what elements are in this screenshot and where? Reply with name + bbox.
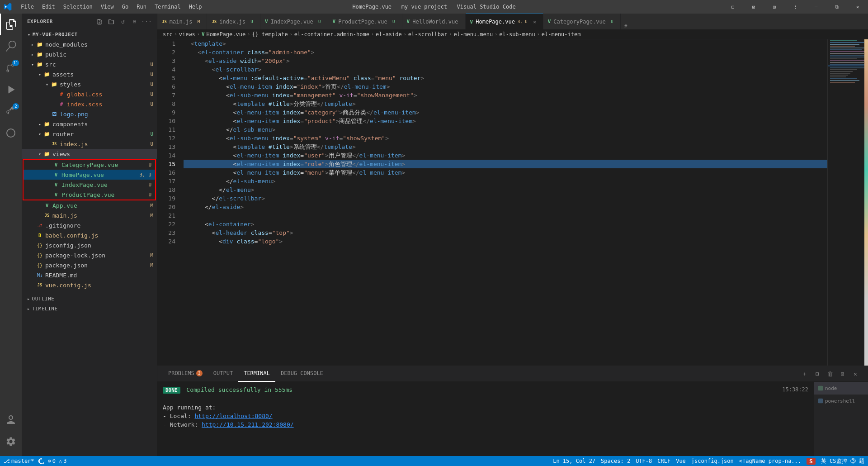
close-panel-button[interactable]: ✕ (850, 368, 861, 379)
activity-remote[interactable] (0, 122, 22, 144)
activity-explorer[interactable] (0, 14, 22, 35)
breadcrumb-el-scrollbar[interactable]: el-scrollbar (408, 31, 448, 38)
status-encoding[interactable]: UTF-8 (636, 458, 652, 464)
menu-terminal[interactable]: Terminal (151, 2, 184, 11)
activity-settings[interactable] (0, 431, 22, 452)
menu-view[interactable]: View (97, 2, 118, 11)
maximize-panel-button[interactable]: ⊠ (837, 368, 848, 379)
tree-item-IndexPage.vue[interactable]: ▸ V IndexPage.vue U (24, 180, 155, 190)
kill-terminal-button[interactable]: 🗑 (825, 368, 835, 379)
panel-tab-output[interactable]: OUTPUT (208, 366, 238, 382)
terminal-session-powershell[interactable]: powershell (814, 395, 868, 407)
tree-item-router[interactable]: ▾ 📁 router U (22, 129, 157, 139)
status-branch[interactable]: ⎇ master* (4, 458, 34, 464)
breadcrumb-el-menu-item[interactable]: el-menu-item (542, 31, 581, 38)
menu-file[interactable]: File (17, 2, 38, 11)
network-url[interactable]: http://10.15.211.202:8080/ (202, 421, 294, 428)
toggle-sidebar-button[interactable]: ⊟ (722, 0, 743, 14)
tab-CategoryPage.vue[interactable]: V CategoryPage.vue U (543, 14, 621, 29)
panel-tab-debug-console[interactable]: DEBUG CONSOLE (275, 366, 329, 382)
status-jsconfig[interactable]: jsconfig.json (691, 458, 734, 464)
local-url[interactable]: http://localhost:8080/ (194, 413, 272, 419)
tree-item-router-index.js[interactable]: ▸ JS index.js U (22, 139, 157, 149)
menu-help[interactable]: Help (185, 2, 206, 11)
panel-tab-terminal[interactable]: TERMINAL (238, 366, 275, 382)
terminal-content[interactable]: DONE Compiled successfully in 555ms 15:3… (157, 382, 814, 456)
breadcrumb-el-aside[interactable]: el-aside (376, 31, 402, 38)
tab-HelloWorld.vue[interactable]: V HelloWorld.vue (402, 14, 466, 29)
breadcrumb-el-sub-menu[interactable]: el-sub-menu (499, 31, 535, 38)
tree-item-CategoryPage.vue[interactable]: ▸ V CategoryPage.vue U (24, 160, 155, 170)
tree-item-components[interactable]: ▸ 📁 components (22, 119, 157, 129)
tree-item-HomePage.vue[interactable]: ▸ V HomePage.vue 3, U (24, 170, 155, 180)
new-folder-button[interactable] (106, 17, 116, 27)
activity-source-control[interactable]: 11 (0, 57, 22, 79)
tree-item-README.md[interactable]: ▸ M↓ README.md (22, 270, 157, 280)
toggle-layout-button[interactable]: ⊞ (764, 0, 785, 14)
tab-overflow[interactable]: # (621, 24, 634, 29)
tree-item-ProductPage.vue[interactable]: ▸ V ProductPage.vue U (24, 190, 155, 200)
status-spaces[interactable]: Spaces: 2 (601, 458, 630, 464)
tree-item-logo.png[interactable]: ▸ 🖼 logo.png (22, 109, 157, 119)
tree-item-node_modules[interactable]: ▸ 📁 node_modules (22, 39, 157, 49)
status-sougou[interactable]: S (807, 458, 816, 465)
status-eol[interactable]: CRLF (657, 458, 670, 464)
menu-run[interactable]: Run (133, 2, 150, 11)
tab-ProductPage.vue[interactable]: V ProductPage.vue U (328, 14, 402, 29)
tab-close-HomePage.vue[interactable]: ✕ (531, 18, 538, 25)
tree-item-views[interactable]: ▾ 📁 views (22, 149, 157, 159)
breadcrumb-el-menu[interactable]: el-menu.menu (454, 31, 493, 38)
new-file-button[interactable] (94, 17, 104, 27)
tab-index.js[interactable]: JS index.js U (207, 14, 260, 29)
sidebar-more-button[interactable]: ··· (142, 17, 151, 27)
activity-search[interactable] (0, 35, 22, 57)
breadcrumb-template[interactable]: {} template (252, 31, 288, 38)
tree-item-package.json[interactable]: ▸ {} package.json M (22, 260, 157, 270)
tree-item-main.js[interactable]: ▸ JS main.js M (22, 210, 157, 220)
tree-item-package-lock.json[interactable]: ▸ {} package-lock.json M (22, 250, 157, 260)
status-position[interactable]: Ln 15, Col 27 (553, 458, 595, 464)
timeline-section[interactable]: ▸ TIMELINE (22, 304, 157, 314)
terminal-session-node[interactable]: node (814, 382, 868, 395)
customize-layout-button[interactable]: ⋮ (785, 0, 806, 14)
tab-main.js[interactable]: JS main.js M (157, 14, 207, 29)
status-sync[interactable] (38, 458, 44, 464)
status-ime[interactable]: 英 CS监控 ③ 题 (821, 457, 864, 465)
outline-section[interactable]: ▸ OUTLINE (22, 294, 157, 304)
project-root[interactable]: ▾ MY-VUE-PROJECT (22, 29, 157, 39)
breadcrumb-views[interactable]: views (179, 31, 195, 38)
restore-button[interactable]: ⧉ (826, 0, 847, 14)
menu-edit[interactable]: Edit (38, 2, 59, 11)
refresh-explorer-button[interactable]: ↺ (118, 17, 128, 27)
status-language[interactable]: Vue (676, 458, 686, 464)
activity-extensions[interactable]: 2 (0, 100, 22, 122)
new-terminal-button[interactable]: + (799, 368, 810, 379)
tree-item-App.vue[interactable]: ▸ V App.vue M (22, 200, 157, 210)
tree-item-src[interactable]: ▾ 📁 src U (22, 59, 157, 69)
minimize-button[interactable]: ─ (806, 0, 826, 14)
menu-go[interactable]: Go (118, 2, 132, 11)
tree-item-.gitignore[interactable]: ▸ ⎇ .gitignore (22, 220, 157, 230)
tree-item-jsconfig.json[interactable]: ▸ {} jsconfig.json (22, 240, 157, 250)
tab-HomePage.vue[interactable]: V HomePage.vue 3, U ✕ (466, 14, 543, 29)
status-errors[interactable]: ⊗ 0 △ 3 (48, 458, 67, 464)
tree-item-global.css[interactable]: ▸ # global.css U (22, 89, 157, 99)
activity-account[interactable] (0, 409, 22, 431)
tree-item-public[interactable]: ▸ 📁 public (22, 49, 157, 59)
breadcrumb-el-container[interactable]: el-container.admin-home (294, 31, 369, 38)
code-area[interactable]: <template> <el-container class="admin-ho… (180, 39, 827, 366)
tree-item-styles[interactable]: ▾ 📁 styles U (22, 79, 157, 89)
tab-IndexPage.vue[interactable]: V IndexPage.vue U (260, 14, 328, 29)
close-button[interactable]: ✕ (847, 0, 868, 14)
panel-tab-problems[interactable]: PROBLEMS 3 (163, 366, 208, 382)
breadcrumb-src[interactable]: src (163, 31, 173, 38)
toggle-panel-button[interactable]: ⊠ (743, 0, 764, 14)
tree-item-index.scss[interactable]: ▸ # index.scss U (22, 99, 157, 109)
tree-item-assets[interactable]: ▾ 📁 assets U (22, 69, 157, 79)
collapse-all-button[interactable]: ⊟ (130, 17, 140, 27)
status-tagname[interactable]: <TagName prop-na... (739, 458, 801, 464)
tree-item-babel.config.js[interactable]: ▸ B babel.config.js (22, 230, 157, 240)
tree-item-vue.config.js[interactable]: ▸ JS vue.config.js (22, 280, 157, 290)
menu-selection[interactable]: Selection (60, 2, 96, 11)
split-terminal-button[interactable]: ⊟ (812, 368, 823, 379)
